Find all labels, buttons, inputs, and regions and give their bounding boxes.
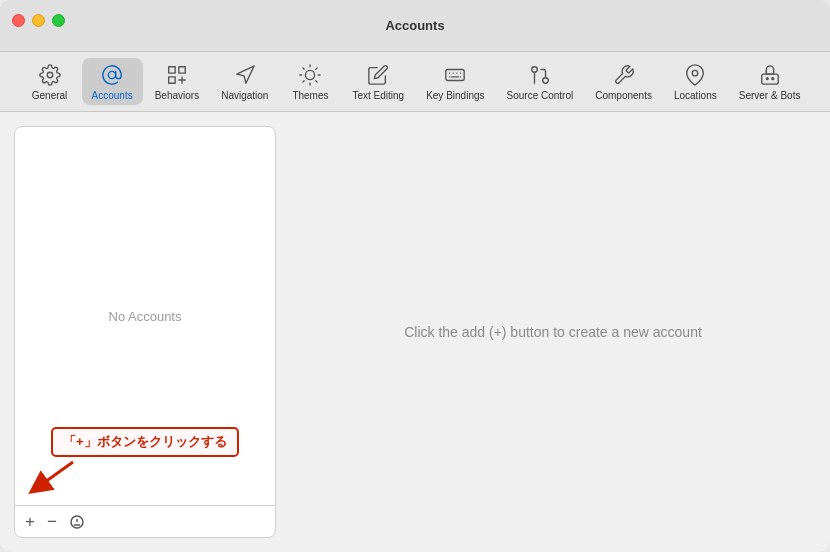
main-window: Accounts General Accounts bbox=[0, 0, 830, 552]
svg-point-11 bbox=[693, 70, 699, 76]
content-area: No Accounts 「+」ボタンをクリックする + − bbox=[0, 112, 830, 552]
svg-marker-5 bbox=[237, 66, 254, 83]
annotation-arrow bbox=[23, 457, 83, 495]
titlebar: Accounts bbox=[0, 0, 830, 52]
text-editing-icon bbox=[365, 62, 391, 88]
svg-rect-12 bbox=[761, 74, 778, 84]
toolbar: General Accounts Behaviors bbox=[0, 52, 830, 112]
navigation-icon bbox=[232, 62, 258, 88]
remove-account-button[interactable]: − bbox=[45, 513, 59, 530]
at-icon bbox=[99, 62, 125, 88]
tab-navigation-label: Navigation bbox=[221, 90, 268, 101]
keyboard-icon bbox=[442, 62, 468, 88]
server-bots-icon bbox=[757, 62, 783, 88]
svg-rect-4 bbox=[169, 77, 175, 83]
tab-text-editing-label: Text Editing bbox=[352, 90, 404, 101]
svg-line-15 bbox=[38, 462, 73, 487]
tab-source-control[interactable]: Source Control bbox=[497, 58, 584, 105]
sidebar-footer: + − bbox=[15, 505, 275, 537]
window-title: Accounts bbox=[385, 18, 444, 33]
tab-components-label: Components bbox=[595, 90, 652, 101]
components-icon bbox=[611, 62, 637, 88]
traffic-lights bbox=[12, 14, 65, 27]
svg-point-8 bbox=[543, 78, 549, 84]
svg-rect-7 bbox=[446, 70, 464, 81]
locations-icon bbox=[682, 62, 708, 88]
tab-general-label: General bbox=[32, 90, 68, 101]
options-button[interactable] bbox=[67, 514, 87, 530]
minimize-button[interactable] bbox=[32, 14, 45, 27]
svg-rect-2 bbox=[169, 67, 175, 73]
hint-text: Click the add (+) button to create a new… bbox=[404, 324, 702, 340]
svg-rect-3 bbox=[179, 67, 185, 73]
add-account-button[interactable]: + bbox=[23, 513, 37, 530]
tab-components[interactable]: Components bbox=[585, 58, 662, 105]
tab-key-bindings-label: Key Bindings bbox=[426, 90, 484, 101]
tab-themes[interactable]: Themes bbox=[280, 58, 340, 105]
behaviors-icon bbox=[164, 62, 190, 88]
tab-key-bindings[interactable]: Key Bindings bbox=[416, 58, 494, 105]
svg-point-14 bbox=[771, 78, 773, 80]
tab-locations[interactable]: Locations bbox=[664, 58, 727, 105]
tab-behaviors[interactable]: Behaviors bbox=[145, 58, 209, 105]
tab-accounts[interactable]: Accounts bbox=[82, 58, 143, 105]
annotation-label: 「+」ボタンをクリックする bbox=[51, 427, 239, 457]
maximize-button[interactable] bbox=[52, 14, 65, 27]
svg-point-9 bbox=[532, 67, 538, 73]
svg-point-6 bbox=[306, 70, 315, 79]
tab-server-bots[interactable]: Server & Bots bbox=[729, 58, 811, 105]
no-accounts-label: No Accounts bbox=[109, 309, 182, 324]
tab-general[interactable]: General bbox=[20, 58, 80, 105]
themes-icon bbox=[297, 62, 323, 88]
svg-point-13 bbox=[766, 78, 768, 80]
accounts-sidebar: No Accounts 「+」ボタンをクリックする + − bbox=[14, 126, 276, 538]
svg-point-0 bbox=[47, 72, 53, 78]
tab-behaviors-label: Behaviors bbox=[155, 90, 199, 101]
tab-themes-label: Themes bbox=[292, 90, 328, 101]
svg-point-1 bbox=[108, 71, 115, 78]
annotation-container: 「+」ボタンをクリックする bbox=[23, 427, 239, 495]
tab-text-editing[interactable]: Text Editing bbox=[342, 58, 414, 105]
tab-locations-label: Locations bbox=[674, 90, 717, 101]
tab-navigation[interactable]: Navigation bbox=[211, 58, 278, 105]
gear-icon bbox=[37, 62, 63, 88]
tab-server-bots-label: Server & Bots bbox=[739, 90, 801, 101]
source-control-icon bbox=[527, 62, 553, 88]
tab-accounts-label: Accounts bbox=[92, 90, 133, 101]
close-button[interactable] bbox=[12, 14, 25, 27]
tab-source-control-label: Source Control bbox=[507, 90, 574, 101]
main-panel: Click the add (+) button to create a new… bbox=[290, 126, 816, 538]
